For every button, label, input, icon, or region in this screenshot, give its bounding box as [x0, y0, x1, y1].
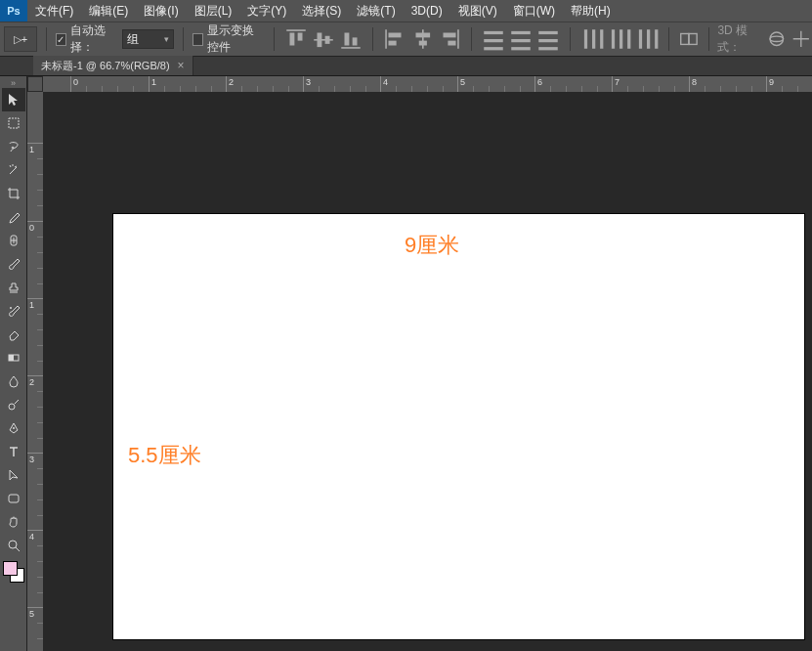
distribute-hcenter-icon[interactable] — [607, 26, 632, 52]
separator — [668, 27, 669, 51]
ruler-corner[interactable] — [27, 76, 43, 92]
menu-filter[interactable]: 滤镜(T) — [349, 0, 403, 22]
auto-select-label: 自动选择： — [70, 22, 119, 56]
horizontal-ruler[interactable] — [43, 76, 812, 92]
auto-select-dropdown[interactable]: 组 ▾ — [122, 29, 174, 49]
svg-rect-27 — [584, 29, 587, 49]
mode-3d: 3D 模式： — [717, 22, 812, 56]
show-transform-label: 显示变换控件 — [207, 22, 266, 56]
menu-3d[interactable]: 3D(D) — [404, 0, 450, 22]
app-logo: Ps — [0, 0, 27, 22]
separator — [708, 27, 709, 51]
blur-tool[interactable] — [2, 369, 25, 393]
svg-rect-35 — [655, 29, 658, 49]
canvas-text-left[interactable]: 5.5厘米 — [128, 441, 201, 470]
wand-tool[interactable] — [2, 158, 25, 182]
menu-layer[interactable]: 图层(L) — [187, 0, 240, 22]
document-title: 未标题-1 @ 66.7%(RGB/8) — [41, 59, 170, 73]
healing-tool[interactable] — [2, 229, 25, 252]
distribute-bottom-icon[interactable] — [535, 26, 561, 52]
menu-select[interactable]: 选择(S) — [294, 0, 349, 22]
separator — [183, 27, 184, 51]
canvas-text-top[interactable]: 9厘米 — [405, 231, 459, 260]
toolbox: » — [0, 76, 27, 651]
viewport[interactable]: 9厘米 5.5厘米 — [43, 92, 812, 651]
separator — [570, 27, 571, 51]
foreground-color-swatch[interactable] — [3, 561, 18, 576]
distribute-right-icon[interactable] — [634, 26, 660, 52]
shape-tool[interactable] — [2, 487, 25, 510]
dodge-tool[interactable] — [2, 393, 25, 416]
pan-3d-icon[interactable] — [791, 26, 812, 52]
type-tool[interactable] — [2, 440, 25, 463]
svg-rect-31 — [620, 29, 622, 49]
auto-select-checkbox[interactable]: 自动选择： — [56, 22, 119, 56]
canvas-page[interactable]: 9厘米 5.5厘米 — [113, 214, 804, 639]
eraser-tool[interactable] — [2, 323, 25, 346]
menu-window[interactable]: 窗口(W) — [505, 0, 563, 22]
svg-rect-37 — [689, 34, 697, 45]
eyedropper-tool[interactable] — [2, 205, 25, 229]
brush-tool[interactable] — [2, 252, 25, 276]
tool-preset-picker[interactable]: ▷+ — [4, 26, 37, 52]
svg-point-46 — [13, 427, 15, 429]
pen-tool[interactable] — [2, 416, 25, 440]
color-swatches[interactable] — [3, 561, 24, 583]
stamp-tool[interactable] — [2, 276, 25, 299]
auto-align-icon[interactable] — [678, 26, 700, 52]
align-vcenter-icon[interactable] — [311, 26, 336, 52]
dropdown-value: 组 — [127, 31, 139, 48]
distribute-top-icon[interactable] — [481, 26, 506, 52]
hand-tool[interactable] — [2, 510, 25, 534]
distribute-vcenter-icon[interactable] — [508, 26, 534, 52]
crop-tool[interactable] — [2, 182, 25, 205]
menu-file[interactable]: 文件(F) — [27, 0, 81, 22]
menu-edit[interactable]: 编辑(E) — [81, 0, 136, 22]
workspace: » — [0, 76, 812, 651]
align-bottom-icon[interactable] — [338, 26, 363, 52]
svg-rect-13 — [416, 33, 431, 38]
orbit-3d-icon[interactable] — [766, 26, 788, 52]
svg-rect-32 — [627, 29, 630, 49]
canvas-area: 9厘米 5.5厘米 — [27, 76, 812, 651]
align-hcenter-icon[interactable] — [409, 26, 435, 52]
align-right-icon[interactable] — [437, 26, 462, 52]
svg-rect-0 — [287, 29, 307, 31]
svg-rect-17 — [449, 41, 456, 46]
menu-help[interactable]: 帮助(H) — [563, 0, 619, 22]
svg-rect-6 — [342, 47, 362, 49]
show-transform-checkbox[interactable]: 显示变换控件 — [192, 22, 266, 56]
align-left-icon[interactable] — [382, 26, 407, 52]
separator — [471, 27, 472, 51]
align-top-icon[interactable] — [283, 26, 309, 52]
vertical-ruler[interactable] — [27, 92, 43, 651]
menu-view[interactable]: 视图(V) — [450, 0, 505, 22]
svg-rect-12 — [422, 29, 424, 49]
lasso-tool[interactable] — [2, 135, 25, 158]
align-group-1 — [283, 26, 363, 52]
gradient-tool[interactable] — [2, 346, 25, 369]
svg-rect-40 — [9, 118, 19, 128]
svg-rect-21 — [511, 31, 531, 34]
zoom-tool[interactable] — [2, 534, 25, 557]
close-icon[interactable]: × — [178, 59, 185, 72]
document-tab[interactable]: 未标题-1 @ 66.7%(RGB/8) × — [33, 56, 193, 75]
separator — [274, 27, 275, 51]
toolbox-toggle-icon[interactable]: » — [2, 78, 25, 88]
menu-image[interactable]: 图像(I) — [136, 0, 186, 22]
svg-point-45 — [9, 404, 15, 410]
menu-type[interactable]: 文字(Y) — [239, 0, 294, 22]
path-selection-tool[interactable] — [2, 463, 25, 487]
chevron-down-icon: ▾ — [164, 34, 169, 44]
svg-rect-28 — [592, 29, 595, 49]
distribute-group-2 — [579, 26, 660, 52]
move-tool[interactable] — [2, 88, 25, 111]
checkbox-icon — [56, 33, 66, 46]
svg-rect-22 — [511, 39, 531, 42]
svg-rect-24 — [538, 31, 558, 34]
distribute-left-icon[interactable] — [579, 26, 605, 52]
marquee-tool[interactable] — [2, 111, 25, 135]
svg-rect-4 — [318, 33, 322, 48]
svg-point-39 — [770, 36, 783, 41]
history-brush-tool[interactable] — [2, 299, 25, 323]
